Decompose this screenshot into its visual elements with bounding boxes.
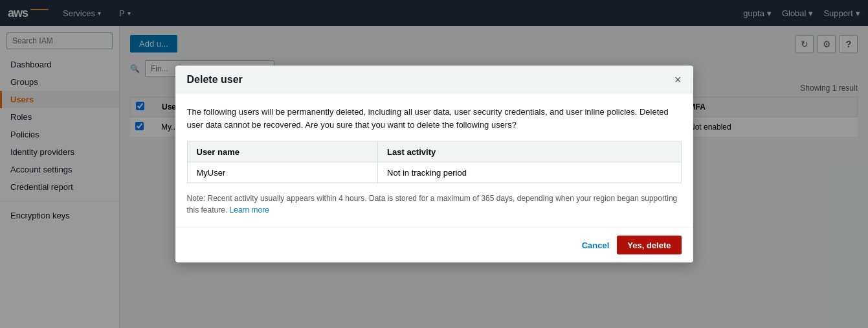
modal-warning-text: The following users will be permanently …: [187, 106, 682, 131]
modal-users-table: User name Last activity MyUser Not in tr…: [187, 141, 682, 183]
modal-col-lastactivity: Last activity: [378, 141, 681, 162]
modal-footer: Cancel Yes, delete: [175, 228, 693, 263]
modal-col-username: User name: [187, 141, 378, 162]
modal-close-button[interactable]: ×: [674, 74, 682, 86]
close-icon: ×: [674, 73, 682, 86]
modal-table-row: MyUser Not in tracking period: [187, 162, 681, 183]
modal-row-username: MyUser: [187, 162, 378, 183]
modal-body: The following users will be permanently …: [175, 94, 693, 228]
cancel-button[interactable]: Cancel: [582, 240, 610, 250]
modal-note: Note: Recent activity usually appears wi…: [187, 193, 682, 216]
modal-header: Delete user ×: [175, 66, 693, 94]
modal-row-lastactivity: Not in tracking period: [378, 162, 681, 183]
learn-more-link[interactable]: Learn more: [230, 205, 269, 215]
yes-delete-button[interactable]: Yes, delete: [617, 236, 681, 255]
modal-title: Delete user: [187, 74, 243, 86]
delete-user-modal: Delete user × The following users will b…: [175, 66, 693, 263]
